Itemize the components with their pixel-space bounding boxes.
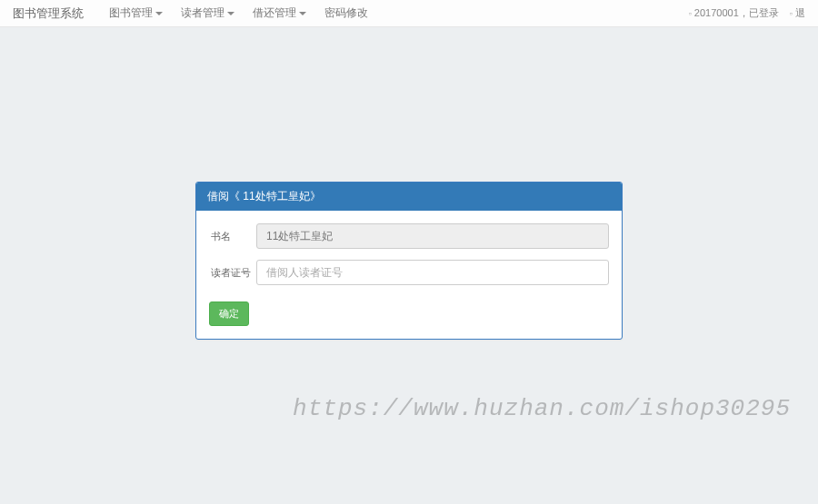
nav-menu-password[interactable]: 密码修改: [324, 5, 368, 21]
bookname-input: [256, 223, 609, 249]
readerid-label: 读者证号: [209, 266, 256, 280]
brand[interactable]: 图书管理系统: [13, 5, 84, 22]
borrow-panel: 借阅《 11处特工皇妃》 书名 读者证号 确定: [195, 182, 623, 340]
user-icon: ▫: [689, 9, 692, 18]
nav-links: 图书管理 读者管理 借还管理 密码修改: [109, 5, 368, 21]
nav-menu-label: 借还管理: [253, 5, 296, 21]
nav-menu-label: 图书管理: [109, 5, 153, 21]
navbar: 图书管理系统 图书管理 读者管理 借还管理 密码修改 ▫ 20170001，已登…: [0, 0, 818, 27]
logout-link[interactable]: ▫ 退: [790, 6, 805, 20]
nav-menu-borrow[interactable]: 借还管理: [253, 5, 306, 21]
readerid-input[interactable]: [256, 260, 609, 285]
submit-button[interactable]: 确定: [209, 301, 249, 326]
watermark-text: https://www.huzhan.com/ishop30295: [293, 395, 791, 422]
bookname-label: 书名: [209, 230, 256, 243]
form-row-readerid: 读者证号: [209, 260, 609, 285]
logout-text: 退: [795, 6, 805, 20]
form-row-bookname: 书名: [209, 223, 609, 249]
nav-menu-label: 密码修改: [324, 5, 368, 21]
nav-menu-books[interactable]: 图书管理: [109, 5, 163, 21]
nav-right: ▫ 20170001，已登录 ▫ 退: [689, 6, 805, 20]
chevron-down-icon: [227, 12, 234, 15]
chevron-down-icon: [299, 12, 306, 15]
user-status-text: 20170001，已登录: [694, 6, 779, 20]
panel-body: 书名 读者证号 确定: [196, 211, 622, 339]
chevron-down-icon: [155, 12, 163, 15]
user-status: ▫ 20170001，已登录: [689, 6, 779, 20]
nav-menu-readers[interactable]: 读者管理: [181, 5, 234, 21]
panel-title: 借阅《 11处特工皇妃》: [196, 183, 622, 211]
logout-icon: ▫: [790, 9, 793, 18]
nav-menu-label: 读者管理: [181, 5, 224, 21]
